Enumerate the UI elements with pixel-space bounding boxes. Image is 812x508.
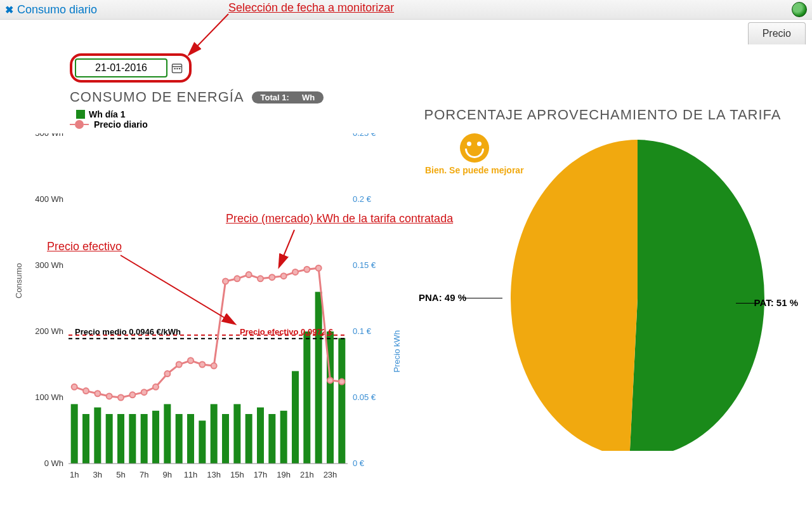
svg-point-71: [234, 276, 240, 281]
y-axis-left-label: Consumo: [14, 263, 23, 298]
svg-text:5h: 5h: [116, 470, 125, 479]
date-picker-wrap: [70, 53, 192, 83]
smiley-icon: [460, 133, 489, 163]
svg-point-80: [339, 379, 344, 385]
energy-chart-svg: 0 Wh100 Wh200 Wh300 Wh400 Wh500 Wh0 €0.0…: [23, 133, 384, 489]
svg-rect-44: [246, 414, 252, 464]
svg-point-79: [327, 377, 333, 383]
svg-text:0.25 €: 0.25 €: [353, 133, 376, 138]
svg-rect-40: [199, 420, 206, 464]
svg-text:0 Wh: 0 Wh: [44, 458, 63, 468]
svg-rect-33: [117, 414, 124, 464]
svg-point-59: [95, 391, 100, 396]
pie-svg: [501, 133, 774, 451]
svg-point-67: [188, 358, 193, 363]
legend-bar-label: Wh día 1: [89, 109, 126, 119]
date-input[interactable]: [75, 58, 167, 77]
chart-legend: Wh día 1 Precio diario: [76, 109, 393, 130]
page-title: Consumo diario: [17, 3, 97, 17]
svg-rect-30: [82, 414, 89, 464]
tariff-pie-chart: PORCENTAJE APROVECHAMIENTO DE LA TARIFA …: [393, 89, 812, 502]
svg-text:Precio medio 0.0946 €/kWh: Precio medio 0.0946 €/kWh: [75, 327, 181, 337]
svg-rect-52: [338, 338, 345, 464]
svg-point-58: [83, 388, 89, 394]
svg-text:0.05 €: 0.05 €: [353, 392, 376, 402]
svg-point-62: [129, 392, 135, 398]
energy-chart-title: CONSUMO DE ENERGÍA: [70, 89, 244, 105]
svg-point-78: [316, 265, 322, 271]
svg-point-61: [118, 395, 124, 401]
svg-text:7h: 7h: [140, 470, 148, 479]
svg-text:400 Wh: 400 Wh: [35, 194, 63, 204]
svg-point-63: [141, 389, 147, 395]
svg-text:200 Wh: 200 Wh: [35, 326, 63, 336]
svg-point-64: [153, 384, 159, 390]
energy-chart: CONSUMO DE ENERGÍA Total 1: Wh Wh día 1 …: [0, 89, 393, 502]
total-badge-label: Total 1:: [261, 93, 289, 102]
svg-point-70: [223, 278, 228, 284]
svg-rect-41: [211, 404, 218, 464]
svg-text:11h: 11h: [184, 470, 198, 479]
legend-line-label: Precio diario: [94, 119, 148, 130]
svg-rect-43: [233, 404, 240, 464]
svg-text:1h: 1h: [70, 470, 79, 479]
svg-rect-34: [129, 414, 136, 464]
svg-point-72: [246, 272, 252, 277]
svg-point-60: [107, 393, 112, 399]
svg-text:0.1 €: 0.1 €: [353, 326, 372, 336]
svg-point-66: [176, 362, 182, 368]
svg-text:0.15 €: 0.15 €: [353, 260, 376, 270]
precio-button[interactable]: Precio: [748, 22, 806, 44]
svg-rect-29: [71, 404, 78, 464]
svg-rect-37: [164, 404, 171, 464]
svg-point-77: [304, 267, 310, 272]
svg-text:9h: 9h: [163, 470, 172, 479]
svg-text:300 Wh: 300 Wh: [35, 260, 63, 270]
svg-text:21h: 21h: [300, 470, 314, 479]
pie-label-pat: PAT: 51 %: [754, 297, 798, 308]
svg-text:3h: 3h: [93, 470, 102, 479]
svg-text:23h: 23h: [324, 470, 337, 479]
svg-rect-49: [303, 331, 310, 464]
legend-line-swatch: [75, 120, 84, 129]
svg-point-65: [164, 371, 170, 377]
header-bar: ✖ Consumo diario: [0, 0, 812, 20]
svg-text:100 Wh: 100 Wh: [35, 392, 63, 402]
svg-point-76: [292, 269, 298, 275]
toolbar: Precio: [0, 20, 812, 44]
svg-point-69: [211, 363, 217, 369]
svg-rect-48: [292, 371, 299, 464]
svg-rect-32: [106, 414, 113, 464]
svg-text:13h: 13h: [207, 470, 221, 479]
svg-point-57: [72, 384, 77, 390]
svg-rect-4: [179, 68, 180, 69]
svg-rect-2: [174, 68, 176, 69]
svg-rect-47: [280, 411, 287, 464]
svg-text:19h: 19h: [277, 470, 291, 479]
svg-text:17h: 17h: [254, 470, 268, 479]
svg-text:15h: 15h: [230, 470, 244, 479]
legend-bar-swatch: [76, 110, 85, 119]
svg-text:Precio efectivo 0.0972 €: Precio efectivo 0.0972 €: [240, 327, 333, 337]
svg-rect-31: [94, 408, 101, 464]
svg-rect-50: [315, 292, 322, 464]
close-icon[interactable]: ✖: [5, 4, 13, 16]
svg-rect-38: [176, 414, 183, 464]
calendar-icon[interactable]: [171, 62, 183, 74]
svg-rect-3: [176, 68, 178, 69]
svg-rect-36: [152, 411, 159, 464]
total-badge: Total 1: Wh: [252, 91, 324, 104]
svg-rect-42: [222, 414, 229, 464]
pie-chart-title: PORCENTAJE APROVECHAMIENTO DE LA TARIFA: [393, 107, 812, 123]
svg-point-68: [199, 362, 205, 368]
svg-text:0 €: 0 €: [353, 458, 365, 468]
globe-icon[interactable]: [792, 2, 807, 17]
svg-point-75: [281, 273, 287, 279]
pie-label-pna: PNA: 49 %: [419, 292, 466, 303]
svg-rect-45: [257, 408, 264, 464]
svg-point-73: [258, 276, 263, 281]
svg-rect-39: [187, 414, 194, 464]
svg-rect-46: [268, 414, 275, 464]
svg-point-74: [269, 274, 275, 280]
total-badge-unit: Wh: [302, 93, 315, 102]
